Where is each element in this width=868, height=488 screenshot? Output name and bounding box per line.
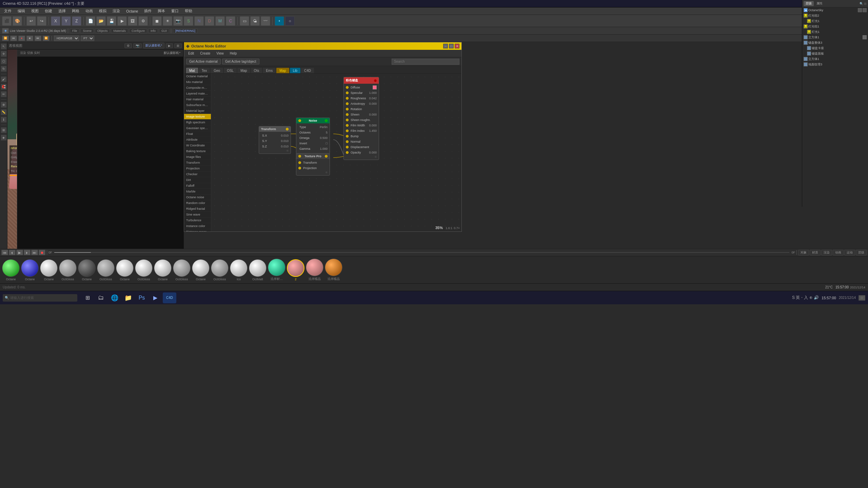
scene-vis-btn[interactable] bbox=[858, 8, 862, 12]
ne-node-gaussian-spectrum[interactable]: Gaussian spectrum bbox=[184, 125, 211, 131]
viewport-camera-btn[interactable]: 📷 bbox=[133, 43, 142, 48]
toolbar-cube[interactable]: ◼ bbox=[152, 16, 162, 26]
mat-thumb-2[interactable]: Octane bbox=[21, 259, 39, 281]
toolbar-light[interactable]: ☀ bbox=[163, 16, 172, 26]
sidebar-material-icon[interactable]: ◈ bbox=[1, 135, 7, 141]
mat-opacity-in[interactable] bbox=[346, 151, 349, 154]
ne-node-float[interactable]: Float bbox=[184, 131, 211, 137]
sidebar-measure-icon[interactable]: 📏 bbox=[1, 109, 7, 115]
mat-specular-in[interactable] bbox=[346, 92, 349, 94]
tb3-configure[interactable]: Configure bbox=[129, 28, 147, 33]
vt-forward[interactable]: ⏩ bbox=[43, 36, 50, 41]
scene-item-keycaps[interactable]: □ 键盘卡座 bbox=[802, 45, 868, 51]
ne-node-hair-material[interactable]: Hair material bbox=[184, 97, 211, 102]
tb3-rendering[interactable]: [RENDERING] bbox=[173, 28, 198, 33]
scene-item-cube1[interactable]: □ 立方体1 bbox=[802, 35, 868, 40]
ne-close-btn[interactable]: ✕ bbox=[455, 44, 459, 48]
vt-stop[interactable]: ■ bbox=[26, 36, 33, 41]
ne-node-material-layer[interactable]: Material layer bbox=[184, 108, 211, 114]
ne-tab-ems[interactable]: Ems bbox=[263, 68, 276, 73]
toolbar-undo[interactable]: ↩ bbox=[26, 16, 36, 26]
scene-tree-tab-hierarchy[interactable]: 层级 bbox=[804, 1, 814, 6]
vt-record[interactable]: ● bbox=[18, 36, 25, 41]
ne-tab-lib[interactable]: Lib bbox=[290, 68, 300, 73]
menu-simulate[interactable]: 模拟 bbox=[96, 8, 109, 14]
mat-thumb-6[interactable]: OctGloss bbox=[97, 259, 115, 281]
menu-window[interactable]: 窗口 bbox=[169, 8, 181, 14]
viewport-zoom-btn[interactable]: ⊞ bbox=[174, 43, 182, 48]
ne-tab-c4d[interactable]: C4D bbox=[301, 68, 314, 73]
mat-thumb-ico[interactable]: Ico bbox=[230, 259, 248, 281]
timeline-render[interactable]: 渲染 bbox=[821, 250, 832, 256]
taskbar-c4d-btn[interactable]: C4D bbox=[163, 292, 176, 303]
toolbar-mograph[interactable]: M bbox=[215, 16, 225, 26]
ne-tab-ots[interactable]: Ots bbox=[251, 68, 262, 73]
taskbar-start-btn[interactable]: ⊞ bbox=[81, 292, 94, 303]
mat-thumb-5[interactable]: Octane bbox=[78, 259, 96, 281]
tb3-file[interactable]: File bbox=[70, 28, 80, 33]
diffuse-color-swatch[interactable] bbox=[373, 85, 377, 89]
node-texturepro[interactable]: Texture Pro Transform Projec bbox=[296, 153, 330, 176]
texturepro-transform-in[interactable] bbox=[298, 161, 301, 164]
tb3-info[interactable]: Info bbox=[148, 28, 158, 33]
vt-prev[interactable]: ⏮ bbox=[10, 36, 17, 41]
scene-lock-btn[interactable] bbox=[863, 8, 867, 12]
mat-thumb-11[interactable]: Octane bbox=[192, 259, 210, 281]
mat-anisotropy-in[interactable] bbox=[346, 102, 349, 105]
ne-tab-geo[interactable]: Geo bbox=[211, 68, 223, 73]
ne-search-input[interactable] bbox=[392, 59, 459, 65]
ne-maximize-btn[interactable]: □ bbox=[449, 44, 454, 48]
toolbar-move[interactable]: Y bbox=[61, 16, 71, 26]
texturepro-out-socket[interactable] bbox=[325, 155, 328, 158]
ne-node-instance-color[interactable]: Instance color bbox=[184, 223, 211, 229]
noise-out-socket[interactable] bbox=[325, 119, 328, 122]
sidebar-scale-icon[interactable]: ⬡ bbox=[1, 58, 7, 64]
timeline-mat[interactable]: 材质 bbox=[810, 250, 821, 256]
scene-tree-filter-icon[interactable]: ⊞ bbox=[864, 2, 867, 5]
timeline-objects[interactable]: 对象 bbox=[798, 250, 809, 256]
timeline-goto-end[interactable]: ⏭ bbox=[31, 250, 38, 255]
ne-node-sine-wave[interactable]: Sine wave bbox=[184, 212, 211, 218]
mat-thumb-3[interactable]: Octane bbox=[40, 259, 58, 281]
ne-menu-view[interactable]: View bbox=[214, 51, 226, 56]
menu-file[interactable]: 文件 bbox=[1, 8, 14, 14]
ne-node-rgb-spectrum[interactable]: Rgb spectrum bbox=[184, 120, 211, 125]
menu-view[interactable]: 视图 bbox=[28, 8, 41, 14]
tb3-gui[interactable]: GUI bbox=[159, 28, 169, 33]
ne-tab-mat[interactable]: Mat bbox=[186, 68, 198, 73]
texturepro-projection-in[interactable] bbox=[298, 167, 301, 169]
mat-thumb-orange[interactable]: 沿岸槿品 bbox=[325, 259, 342, 281]
ne-node-subsurface[interactable]: Subsurface material bbox=[184, 102, 211, 108]
mat-film-index-in[interactable] bbox=[346, 129, 349, 132]
timeline-record[interactable]: ⏺ bbox=[39, 250, 45, 255]
mat-normal-in[interactable] bbox=[346, 140, 349, 143]
viewport-display-btn[interactable]: 默认摄影机* bbox=[143, 43, 164, 48]
ne-tab-osl[interactable]: OSL bbox=[224, 68, 237, 73]
timeline-play[interactable]: ▶ bbox=[16, 250, 23, 255]
scene-item-octanesky[interactable]: ☁ OctaneSky bbox=[802, 7, 868, 13]
menu-edit[interactable]: 编辑 bbox=[15, 8, 28, 14]
sidebar-magnet-icon[interactable]: 🧲 bbox=[1, 84, 7, 90]
node-material-resize[interactable]: ⊞ bbox=[346, 156, 377, 158]
get-active-tagobject-btn[interactable]: Get Active tag/object bbox=[222, 59, 259, 64]
ne-node-falloff[interactable]: Falloff bbox=[184, 183, 211, 189]
mat-thumb-selected[interactable]: 2 bbox=[287, 259, 304, 281]
get-active-material-btn[interactable]: Get Active material bbox=[186, 59, 221, 64]
scene-item-keyboard-panel[interactable]: □ 键盘面板 bbox=[802, 51, 868, 56]
mat-film-width-in[interactable] bbox=[346, 124, 349, 127]
ne-node-w-coordinate[interactable]: W Coordinate bbox=[184, 143, 211, 148]
ne-node-random-color[interactable]: Random color bbox=[184, 200, 211, 206]
noise-in-socket[interactable] bbox=[298, 119, 301, 122]
toolbar-render-settings[interactable]: ⚙ bbox=[138, 16, 148, 26]
scene-tree-tab-properties[interactable]: 属性 bbox=[814, 1, 825, 6]
toolbar-render-active[interactable]: ▶ bbox=[117, 16, 127, 26]
mat-sheen-in[interactable] bbox=[346, 113, 349, 116]
ne-node-baking-texture[interactable]: Baking texture bbox=[184, 148, 211, 154]
mat-thumb-teal[interactable]: 沿岸材… bbox=[268, 259, 285, 281]
node-transform[interactable]: Transform S.X 0.010 S.Y 0.010 bbox=[259, 126, 291, 154]
sidebar-move-icon[interactable]: ✛ bbox=[1, 51, 7, 57]
toolbar-floor[interactable]: ▭ bbox=[240, 16, 249, 26]
taskbar-ps-btn[interactable]: Ps bbox=[136, 292, 148, 303]
node-material[interactable]: 粉色键盘 Diffuse bbox=[343, 77, 379, 160]
mat-thumb-pink[interactable]: 沿岸槿品 bbox=[306, 259, 323, 281]
